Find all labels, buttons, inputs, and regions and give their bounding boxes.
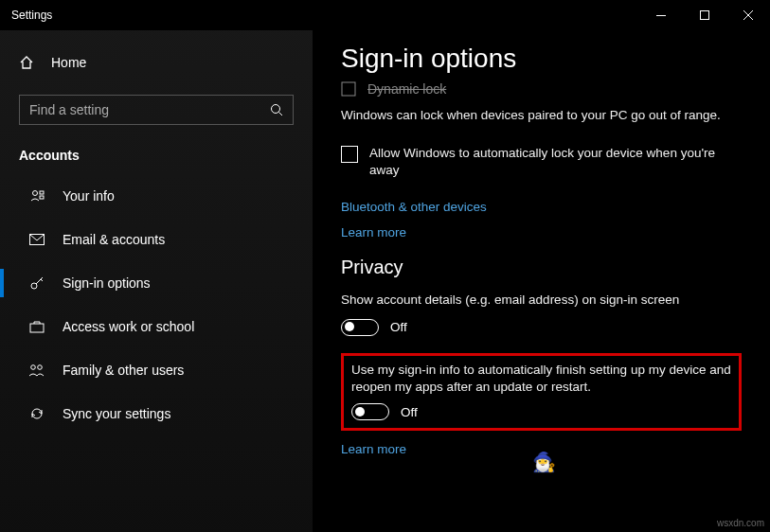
search-input[interactable] (29, 102, 262, 117)
titlebar: Settings (0, 0, 770, 30)
svg-rect-0 (656, 15, 666, 16)
checkbox-icon[interactable] (341, 146, 358, 163)
svg-rect-13 (30, 324, 44, 332)
key-icon (28, 275, 45, 291)
privacy-section-header: Privacy (341, 257, 742, 278)
svg-point-4 (272, 105, 280, 114)
account-details-toggle-row: Off (341, 319, 742, 336)
sync-icon (28, 406, 45, 421)
sidebar-item-access-work-school[interactable]: Access work or school (0, 305, 313, 348)
account-details-label: Show account details (e.g. email address… (341, 292, 739, 309)
mascot-overlay: 🧙‍♂️ (532, 451, 556, 473)
signin-info-toggle[interactable] (351, 403, 389, 420)
account-details-toggle[interactable] (341, 319, 379, 336)
window-controls (639, 0, 770, 30)
bluetooth-link[interactable]: Bluetooth & other devices (341, 200, 742, 214)
svg-line-5 (279, 113, 283, 116)
sidebar-item-label: Sync your settings (63, 406, 170, 421)
signin-info-label: Use my sign-in info to automatically fin… (351, 362, 731, 396)
sidebar-item-label: Email & accounts (63, 232, 165, 247)
sidebar-item-label: Your info (63, 188, 115, 204)
dynamic-lock-label: Dynamic lock (367, 81, 446, 97)
highlight-annotation: Use my sign-in info to automatically fin… (341, 353, 742, 431)
sidebar-item-email-accounts[interactable]: Email & accounts (0, 218, 313, 261)
sidebar-item-label: Access work or school (63, 319, 194, 334)
home-icon (19, 55, 34, 70)
person-icon (28, 188, 45, 204)
svg-point-6 (33, 191, 38, 196)
search-icon (270, 103, 283, 116)
svg-point-15 (38, 365, 43, 370)
sidebar-item-label: Sign-in options (63, 275, 151, 291)
close-button[interactable] (726, 0, 770, 30)
sidebar-item-signin-options[interactable]: Sign-in options (0, 261, 313, 305)
toggle-state-label: Off (390, 320, 407, 334)
svg-rect-8 (40, 196, 44, 199)
sidebar-item-family-users[interactable]: Family & other users (0, 348, 313, 392)
home-button[interactable]: Home (0, 42, 313, 83)
learn-more-link[interactable]: Learn more (341, 225, 742, 239)
sidebar: Home Accounts Your info (0, 30, 313, 532)
watermark: wsxdn.com (717, 518, 764, 528)
dynamic-lock-header: Dynamic lock (341, 81, 742, 97)
sidebar-section-label: Accounts (0, 142, 313, 174)
dynamic-lock-checkbox-row[interactable]: Allow Windows to automatically lock your… (341, 145, 742, 179)
home-label: Home (51, 55, 86, 70)
sidebar-item-sync-settings[interactable]: Sync your settings (0, 392, 313, 435)
sidebar-item-label: Family & other users (63, 363, 184, 378)
svg-rect-1 (701, 11, 709, 20)
svg-rect-7 (40, 191, 44, 194)
svg-line-12 (41, 279, 43, 281)
svg-point-14 (31, 365, 36, 370)
minimize-button[interactable] (639, 0, 683, 30)
signin-info-toggle-row: Off (351, 403, 731, 420)
mail-icon (28, 234, 45, 245)
toggle-state-label: Off (401, 405, 418, 419)
maximize-button[interactable] (683, 0, 726, 30)
window-title: Settings (11, 9, 52, 22)
people-icon (28, 364, 45, 377)
page-title: Sign-in options (341, 44, 742, 74)
dynamic-lock-checkbox-label: Allow Windows to automatically lock your… (369, 145, 742, 179)
sidebar-nav: Your info Email & accounts Sign-in optio… (0, 174, 313, 435)
svg-rect-16 (342, 82, 355, 96)
search-box[interactable] (19, 95, 294, 125)
sidebar-item-your-info[interactable]: Your info (0, 174, 313, 218)
dynamic-lock-description: Windows can lock when devices paired to … (341, 108, 742, 122)
checkbox-outline-icon (341, 81, 356, 97)
briefcase-icon (28, 320, 45, 333)
